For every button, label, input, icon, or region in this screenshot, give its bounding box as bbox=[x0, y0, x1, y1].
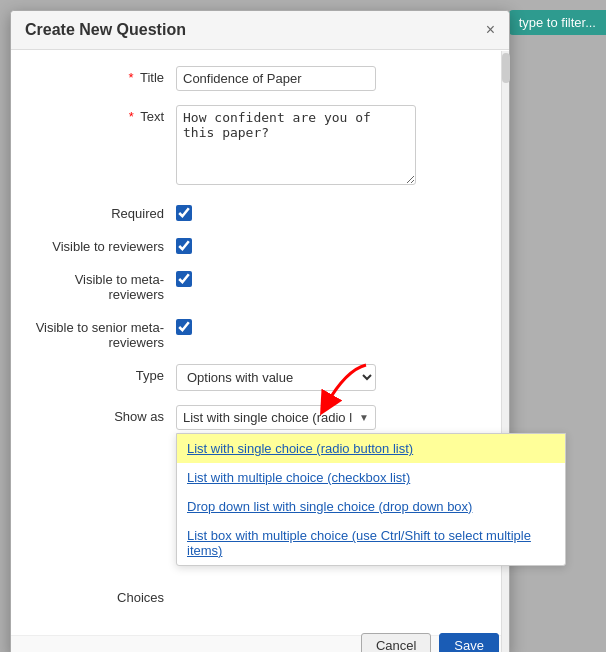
show-as-input[interactable]: List with single choice (radio l ▼ bbox=[176, 405, 376, 430]
text-required-star: * bbox=[129, 109, 134, 124]
save-button[interactable]: Save bbox=[439, 633, 499, 652]
choices-row: Choices bbox=[31, 590, 489, 605]
text-label-text: Text bbox=[140, 109, 164, 124]
text-textarea[interactable]: How confident are you of this paper? bbox=[176, 105, 416, 185]
text-field-wrapper: How confident are you of this paper? bbox=[176, 105, 489, 188]
title-required-star: * bbox=[128, 70, 133, 85]
dropdown-item-dropdown[interactable]: Drop down list with single choice (drop … bbox=[177, 492, 565, 521]
visible-meta-reviewers-label: Visible to meta-reviewers bbox=[31, 268, 176, 302]
show-as-label: Show as bbox=[31, 405, 176, 424]
required-checkbox[interactable] bbox=[176, 205, 192, 221]
dropdown-item-listbox[interactable]: List box with multiple choice (use Ctrl/… bbox=[177, 521, 565, 565]
modal-header: Create New Question × bbox=[11, 11, 509, 50]
modal-body: * Title * Text How confident are you of … bbox=[11, 50, 509, 635]
show-as-dropdown: List with single choice (radio button li… bbox=[176, 433, 566, 566]
visible-reviewers-checkbox[interactable] bbox=[176, 238, 192, 254]
visible-meta-reviewers-row: Visible to meta-reviewers bbox=[31, 268, 489, 302]
show-as-wrapper: List with single choice (radio l ▼ List … bbox=[176, 405, 489, 430]
scrollbar-thumb bbox=[502, 53, 510, 83]
visible-senior-meta-reviewers-label: Visible to senior meta-reviewers bbox=[31, 316, 176, 350]
type-label: Type bbox=[31, 364, 176, 383]
visible-reviewers-row: Visible to reviewers bbox=[31, 235, 489, 254]
type-select[interactable]: Options with value Text bbox=[176, 364, 376, 391]
title-label: * Title bbox=[31, 66, 176, 85]
title-field-wrapper bbox=[176, 66, 489, 91]
dropdown-item-checkbox[interactable]: List with multiple choice (checkbox list… bbox=[177, 463, 565, 492]
show-as-row: Show as List with single choice (radio l… bbox=[31, 405, 489, 430]
cancel-button[interactable]: Cancel bbox=[361, 633, 431, 652]
modal-close-button[interactable]: × bbox=[486, 22, 495, 38]
title-row: * Title bbox=[31, 66, 489, 91]
required-label: Required bbox=[31, 202, 176, 221]
visible-senior-meta-reviewers-row: Visible to senior meta-reviewers bbox=[31, 316, 489, 350]
text-row: * Text How confident are you of this pap… bbox=[31, 105, 489, 188]
type-row: Type Options with value Text bbox=[31, 364, 489, 391]
filter-bar[interactable]: type to filter... bbox=[509, 10, 606, 35]
modal-title: Create New Question bbox=[25, 21, 186, 39]
visible-senior-meta-reviewers-checkbox[interactable] bbox=[176, 319, 192, 335]
modal-footer: Cancel Save bbox=[11, 635, 509, 652]
filter-placeholder: type to filter... bbox=[519, 15, 596, 30]
title-label-text: Title bbox=[140, 70, 164, 85]
text-label: * Text bbox=[31, 105, 176, 124]
visible-reviewers-label: Visible to reviewers bbox=[31, 235, 176, 254]
show-as-value: List with single choice (radio l bbox=[183, 410, 352, 425]
title-input[interactable] bbox=[176, 66, 376, 91]
visible-meta-reviewers-checkbox[interactable] bbox=[176, 271, 192, 287]
create-question-modal: Create New Question × * Title * Text How… bbox=[10, 10, 510, 652]
required-row: Required bbox=[31, 202, 489, 221]
chevron-down-icon: ▼ bbox=[359, 412, 369, 423]
dropdown-item-radio[interactable]: List with single choice (radio button li… bbox=[177, 434, 565, 463]
choices-label: Choices bbox=[31, 590, 176, 605]
